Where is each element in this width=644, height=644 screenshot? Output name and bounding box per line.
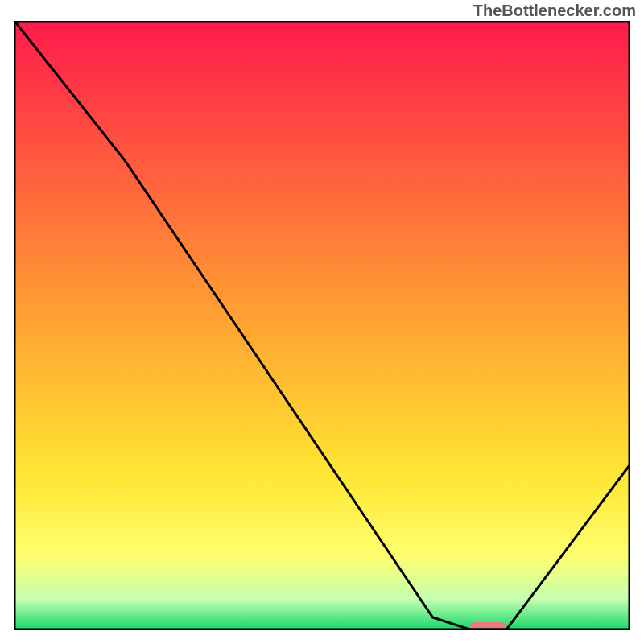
gradient-rect <box>14 21 630 630</box>
chart-svg <box>14 21 630 630</box>
watermark-text: TheBottlenecker.com <box>473 2 636 20</box>
chart-area <box>14 21 630 630</box>
